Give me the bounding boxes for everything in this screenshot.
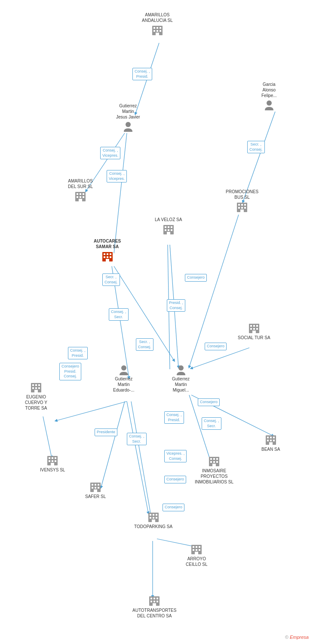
svg-point-28 bbox=[267, 100, 272, 106]
svg-line-18 bbox=[131, 401, 150, 513]
svg-rect-59 bbox=[244, 207, 246, 209]
svg-rect-31 bbox=[80, 193, 81, 195]
svg-line-9 bbox=[191, 348, 249, 368]
svg-rect-42 bbox=[168, 229, 169, 231]
svg-rect-78 bbox=[34, 390, 38, 392]
copyright: © Empresa bbox=[285, 635, 309, 640]
svg-rect-117 bbox=[156, 517, 157, 519]
badge-consej-presid-2[interactable]: Consej. ,Presid. bbox=[68, 347, 88, 359]
building-icon-safer bbox=[89, 481, 102, 494]
svg-rect-50 bbox=[107, 256, 108, 258]
svg-rect-55 bbox=[241, 204, 243, 206]
svg-rect-132 bbox=[153, 601, 155, 602]
svg-rect-121 bbox=[196, 546, 197, 548]
svg-line-3 bbox=[243, 112, 275, 202]
node-safer[interactable]: SAFER SL bbox=[85, 481, 106, 500]
node-ivensys[interactable]: IVENSYS SL bbox=[40, 454, 65, 474]
badge-consej-vicepres-2[interactable]: Consej. ,Vicepres. bbox=[107, 170, 127, 182]
svg-line-12 bbox=[56, 401, 127, 421]
svg-rect-60 bbox=[240, 210, 244, 212]
node-amarillos-sur[interactable]: AMARILLOS DEL SUR SL bbox=[68, 178, 93, 203]
node-promociones-bus[interactable]: PROMOCIONES BUS SL bbox=[226, 189, 258, 214]
badge-presidente[interactable]: Presidente bbox=[95, 428, 117, 436]
svg-rect-75 bbox=[32, 387, 34, 389]
badge-consejero-5[interactable]: Consejero bbox=[163, 504, 184, 511]
svg-rect-91 bbox=[267, 440, 269, 441]
svg-rect-76 bbox=[35, 387, 37, 389]
node-gutierrez-jesus[interactable]: Gutierrez Martin Jesus Javier bbox=[116, 103, 140, 133]
badge-secr-consej-1[interactable]: Secr. ,Consej. bbox=[247, 141, 265, 153]
node-amarillos-andalucia[interactable]: AMARILLOS ANDALUCIA SL bbox=[142, 12, 173, 37]
badge-consej-secr-3[interactable]: Consej. ,Secr. bbox=[127, 433, 147, 445]
svg-rect-43 bbox=[171, 229, 172, 231]
svg-rect-33 bbox=[77, 196, 78, 198]
svg-rect-56 bbox=[244, 204, 246, 206]
svg-rect-96 bbox=[210, 458, 212, 460]
svg-rect-125 bbox=[199, 549, 200, 551]
node-gutierrez-eduardo[interactable]: Gutierrez Martin Eduardo-... bbox=[113, 364, 134, 394]
badge-consej-secr-2[interactable]: Consej. ,Secr. bbox=[202, 417, 221, 430]
building-icon-eugenio bbox=[30, 381, 43, 394]
badge-consej-presid-3[interactable]: Consej. ,Presid. bbox=[164, 411, 184, 424]
building-icon-autotransportes bbox=[148, 595, 161, 608]
svg-point-69 bbox=[178, 365, 184, 371]
badge-consejero-3[interactable]: Consejero bbox=[198, 398, 220, 406]
building-icon-bus bbox=[236, 201, 249, 214]
node-autotransportes[interactable]: AUTOTRANSPORTES DEL CENTRO SA bbox=[132, 595, 176, 620]
svg-rect-25 bbox=[160, 30, 161, 32]
svg-rect-106 bbox=[98, 484, 99, 486]
svg-rect-104 bbox=[92, 484, 93, 486]
node-arroyo-ceillo[interactable]: ARROYO CEILLO SL bbox=[186, 543, 208, 568]
svg-point-70 bbox=[121, 365, 126, 371]
badge-consej-vicepres-1[interactable]: Consej. ,Vicepres. bbox=[100, 147, 120, 159]
svg-rect-23 bbox=[153, 30, 155, 32]
svg-rect-85 bbox=[55, 460, 56, 462]
node-bean[interactable]: BEAN SA bbox=[261, 434, 280, 453]
svg-point-27 bbox=[126, 122, 131, 127]
svg-rect-101 bbox=[216, 461, 218, 463]
svg-rect-74 bbox=[38, 384, 40, 386]
svg-rect-52 bbox=[106, 259, 109, 261]
svg-rect-65 bbox=[250, 328, 252, 330]
svg-rect-88 bbox=[267, 437, 269, 438]
badge-consejero-4[interactable]: Consejero bbox=[164, 476, 186, 483]
building-icon-arroyo bbox=[190, 543, 203, 556]
svg-rect-51 bbox=[110, 256, 111, 258]
badge-secr-consej-3[interactable]: Secr. ,Consej. bbox=[136, 338, 153, 351]
node-gutierrez-miguel[interactable]: Gutierrez Martin Miguel... bbox=[172, 364, 190, 394]
svg-rect-57 bbox=[238, 207, 240, 209]
node-garcia-alonso[interactable]: Garcia Alonso Felipe... bbox=[261, 82, 277, 111]
badge-consej-presid-1[interactable]: Consej. ,Presid. bbox=[132, 68, 152, 80]
svg-rect-128 bbox=[150, 598, 152, 599]
svg-rect-54 bbox=[238, 204, 240, 206]
node-la-veloz[interactable]: LA VELOZ SA bbox=[155, 217, 182, 236]
svg-rect-82 bbox=[55, 457, 56, 459]
svg-rect-123 bbox=[193, 549, 194, 551]
badge-consejero-1[interactable]: Consejero bbox=[185, 274, 207, 282]
badge-vicepres-consej[interactable]: Vicepres. ,Consej. bbox=[164, 450, 187, 462]
node-todoparking[interactable]: TODOPARKING SA bbox=[134, 511, 172, 530]
building-icon-social-tur bbox=[248, 322, 261, 335]
badge-consejero-2[interactable]: Consejero bbox=[205, 343, 227, 350]
badge-consej-secr-1[interactable]: Consej. ,Secr. bbox=[109, 308, 129, 321]
svg-rect-97 bbox=[213, 458, 215, 460]
node-social-tur[interactable]: SOCIAL TUR SA bbox=[238, 322, 270, 341]
svg-rect-108 bbox=[95, 487, 96, 489]
svg-rect-41 bbox=[165, 229, 166, 231]
badge-consejero-presid-3[interactable]: ConsejeroPresid.Consej. bbox=[59, 363, 81, 380]
node-eugenio-cuervo[interactable]: EUGENIO CUERVO Y TORRE SA bbox=[25, 381, 47, 412]
svg-line-14 bbox=[127, 401, 148, 513]
node-inmosaire[interactable]: INMOSAIRE PROYECTOS INMOBILIARIOS SL bbox=[195, 455, 233, 486]
node-autocares-samar[interactable]: AUTOCARES SAMAR SA bbox=[94, 238, 121, 263]
badge-presid-consej-1[interactable]: Presid. ,Consej. bbox=[167, 299, 185, 312]
svg-rect-32 bbox=[83, 193, 84, 195]
badge-secr-consej-2[interactable]: Secr. ,Consej. bbox=[102, 273, 120, 286]
svg-rect-35 bbox=[83, 196, 84, 198]
svg-rect-22 bbox=[160, 27, 161, 29]
svg-rect-126 bbox=[195, 552, 198, 554]
svg-rect-77 bbox=[38, 387, 40, 389]
svg-line-13 bbox=[101, 401, 125, 487]
svg-rect-64 bbox=[256, 325, 258, 327]
building-icon-samar bbox=[101, 250, 114, 263]
building-icon-todoparking bbox=[147, 511, 160, 524]
